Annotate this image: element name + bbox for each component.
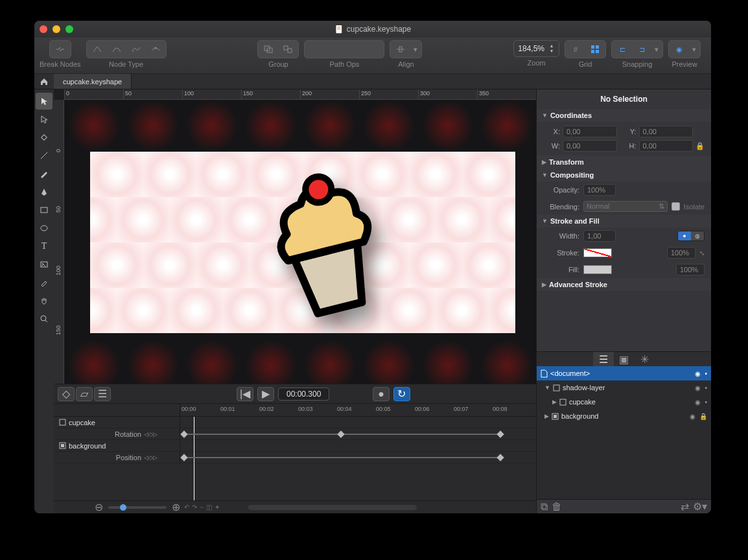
section-coordinates[interactable]: ▼Coordinates bbox=[537, 109, 711, 122]
tl-opt[interactable]: ⎓ bbox=[200, 504, 204, 511]
rotation-track[interactable] bbox=[180, 428, 536, 439]
layer-background[interactable]: ▶background◉🔒 bbox=[537, 409, 711, 423]
zoom-button[interactable] bbox=[65, 25, 73, 33]
eyedropper-tool[interactable] bbox=[36, 274, 53, 291]
zoom-out-icon[interactable]: ⊖ bbox=[95, 501, 103, 513]
visibility-icon[interactable]: ◉ bbox=[690, 413, 695, 420]
keyframe-nav[interactable]: ◁◇▷ bbox=[144, 454, 158, 461]
gear-icon[interactable]: ⚙▾ bbox=[693, 500, 707, 513]
grid-toggle[interactable]: # bbox=[567, 42, 585, 56]
artboard[interactable] bbox=[90, 152, 515, 333]
keyframe-nav[interactable]: ◁◇▷ bbox=[144, 431, 158, 438]
node-asym-button[interactable] bbox=[127, 42, 145, 56]
tl-view-b[interactable]: ▱ bbox=[76, 387, 93, 401]
stroke-swatch[interactable] bbox=[583, 248, 612, 257]
node-auto-button[interactable] bbox=[146, 42, 165, 56]
group-button[interactable] bbox=[259, 42, 277, 56]
symbols-tab[interactable]: ▣ bbox=[614, 352, 635, 366]
fill-swatch[interactable] bbox=[583, 265, 612, 274]
preview-button[interactable]: ◉ bbox=[670, 42, 688, 56]
line-tool[interactable] bbox=[36, 147, 53, 164]
pathop-union[interactable] bbox=[306, 42, 324, 56]
track-label[interactable]: cupcake bbox=[69, 419, 95, 426]
ellipse-tool[interactable] bbox=[36, 220, 53, 237]
fill-opacity[interactable] bbox=[676, 264, 705, 275]
canvas-area[interactable]: 0 50 100 150 200 250 300 350 0 50 100 15… bbox=[54, 89, 536, 384]
snap-a[interactable]: ⊏ bbox=[613, 42, 631, 56]
layers-tab[interactable]: ☰ bbox=[593, 352, 614, 366]
pathop-exclude[interactable] bbox=[364, 42, 382, 56]
pathop-subtract[interactable] bbox=[325, 42, 344, 56]
blending-select[interactable]: Normal⇅ bbox=[583, 201, 668, 212]
node-corner-button[interactable] bbox=[88, 42, 106, 56]
isolate-check[interactable] bbox=[672, 202, 680, 211]
timeline-scrollbar[interactable] bbox=[248, 505, 417, 510]
section-adv-stroke[interactable]: ▶Advanced Stroke bbox=[537, 278, 711, 291]
text-tool[interactable]: T bbox=[36, 238, 53, 255]
layer-shadow[interactable]: ▼shadow-layer◉• bbox=[537, 380, 711, 395]
pencil-tool[interactable] bbox=[36, 165, 53, 182]
effects-tab[interactable]: ✳ bbox=[635, 352, 655, 366]
zoom-down[interactable]: ▾ bbox=[548, 48, 555, 53]
stroke-width-input[interactable] bbox=[583, 230, 616, 242]
preview-menu[interactable]: ▾ bbox=[690, 42, 699, 56]
cupcake-illustration[interactable] bbox=[259, 161, 388, 323]
file-tab[interactable]: cupcake.keyshape bbox=[54, 74, 132, 89]
loop-button[interactable]: ↻ bbox=[393, 387, 410, 401]
tl-opt[interactable]: ↷ bbox=[192, 504, 197, 511]
rect-tool[interactable] bbox=[36, 202, 53, 218]
timeline-ruler[interactable]: 00:00 00:01 00:02 00:03 00:04 00:05 00:0… bbox=[54, 404, 536, 417]
home-tab[interactable] bbox=[34, 74, 54, 89]
track-label[interactable]: background bbox=[69, 442, 106, 450]
section-compositing[interactable]: ▼Compositing bbox=[537, 169, 711, 181]
node-tool[interactable] bbox=[36, 129, 53, 146]
current-time[interactable]: 00:00.300 bbox=[278, 388, 329, 401]
section-transform[interactable]: ▶Transform bbox=[537, 156, 711, 169]
node-smooth-button[interactable] bbox=[108, 42, 126, 56]
property-label[interactable]: Rotation bbox=[115, 430, 141, 438]
layer-document[interactable]: <document>◉• bbox=[537, 366, 711, 380]
duplicate-icon[interactable]: ⧉ bbox=[541, 501, 548, 513]
go-start-button[interactable]: |◀ bbox=[237, 387, 253, 401]
timeline-zoom-slider[interactable] bbox=[108, 506, 167, 509]
hand-tool[interactable] bbox=[36, 292, 53, 309]
visibility-icon[interactable]: ◉ bbox=[695, 384, 701, 391]
width-mode-toggle[interactable]: ●◍ bbox=[677, 231, 705, 241]
snap-menu[interactable]: ▾ bbox=[652, 42, 661, 56]
direct-select-tool[interactable] bbox=[36, 111, 53, 128]
swap-icon[interactable]: ⇄ bbox=[681, 500, 689, 513]
zoom-field[interactable]: 184,5%▴▾ bbox=[513, 40, 559, 57]
grid-visible[interactable] bbox=[586, 42, 604, 56]
select-tool[interactable] bbox=[36, 93, 53, 110]
opacity-input[interactable] bbox=[583, 184, 616, 196]
x-input[interactable] bbox=[563, 126, 617, 137]
position-track[interactable] bbox=[180, 452, 536, 463]
property-label[interactable]: Position bbox=[116, 454, 141, 461]
section-stroke-fill[interactable]: ▼Stroke and Fill bbox=[537, 215, 711, 228]
stroke-opacity[interactable] bbox=[667, 247, 695, 259]
close-button[interactable] bbox=[40, 25, 47, 33]
link-icon[interactable]: ⤡ bbox=[699, 250, 705, 257]
pen-tool[interactable] bbox=[36, 183, 53, 200]
tl-opt[interactable]: ✦ bbox=[215, 504, 220, 511]
canvas-viewport[interactable] bbox=[64, 100, 536, 384]
visibility-icon[interactable]: ◉ bbox=[695, 399, 701, 406]
h-input[interactable] bbox=[639, 140, 694, 152]
lock-icon[interactable]: 🔒 bbox=[695, 142, 705, 150]
tl-view-c[interactable]: ☰ bbox=[94, 387, 111, 401]
minimize-button[interactable] bbox=[53, 25, 60, 33]
y-input[interactable] bbox=[639, 126, 694, 137]
break-nodes-button[interactable] bbox=[51, 42, 69, 56]
w-input[interactable] bbox=[563, 140, 617, 152]
visibility-icon[interactable]: ◉ bbox=[695, 370, 701, 377]
pathop-intersect[interactable] bbox=[345, 42, 363, 56]
play-button[interactable]: ▶ bbox=[257, 387, 274, 401]
zoom-in-icon[interactable]: ⊕ bbox=[172, 501, 180, 513]
align-button[interactable] bbox=[392, 42, 410, 56]
layer-cupcake[interactable]: ▶cupcake◉• bbox=[537, 395, 711, 409]
record-button[interactable]: ● bbox=[373, 387, 390, 401]
snap-b[interactable]: ⊐ bbox=[633, 42, 651, 56]
lock-icon[interactable]: 🔒 bbox=[699, 413, 707, 420]
trash-icon[interactable]: 🗑 bbox=[552, 501, 562, 513]
tl-opt[interactable]: ◫ bbox=[206, 504, 212, 511]
